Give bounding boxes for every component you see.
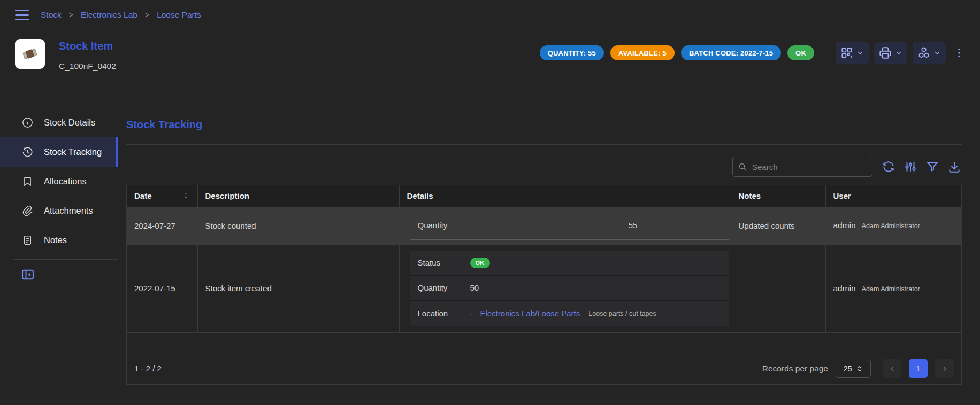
adjustments-icon — [904, 160, 917, 174]
table-footer: 1 - 2 / 2 Records per page 25 1 — [127, 353, 961, 384]
breadcrumb: Stock > Electronics Lab > Loose Parts — [41, 10, 201, 20]
download-icon — [947, 160, 961, 174]
table-options-button[interactable] — [903, 159, 918, 174]
search-box — [732, 157, 872, 177]
sidebar-item-label: Attachments — [44, 206, 93, 216]
cell-notes: Updated counts — [731, 207, 825, 244]
hamburger-menu-icon[interactable] — [15, 10, 29, 20]
refresh-icon — [882, 160, 895, 174]
sidebar-collapse-icon — [20, 267, 35, 282]
refresh-button[interactable] — [881, 159, 896, 174]
stock-operations-button[interactable] — [913, 42, 946, 64]
print-actions-button[interactable] — [874, 42, 907, 64]
search-icon — [738, 162, 747, 172]
qrcode-icon — [840, 46, 854, 60]
sidebar: Stock Details Stock Tracking Allocations… — [0, 85, 118, 404]
available-badge: AVAILABLE: 5 — [610, 45, 675, 60]
location-description: Loose parts / cut tapes — [588, 310, 656, 317]
sidebar-item-allocations[interactable]: Allocations — [0, 167, 118, 196]
notes-icon — [21, 234, 34, 246]
table-row[interactable]: 2024-07-27 Stock counted Quantity 55 Upd… — [127, 207, 961, 244]
sidebar-item-attachments[interactable]: Attachments — [0, 196, 118, 225]
next-page-button[interactable] — [935, 359, 954, 378]
info-icon — [21, 116, 34, 129]
quantity-badge: QUANTITY: 55 — [540, 45, 604, 60]
table-empty-space — [127, 333, 961, 353]
more-options-button[interactable] — [953, 42, 965, 64]
sidebar-item-label: Stock Tracking — [44, 147, 102, 157]
chevron-right-icon — [940, 364, 949, 373]
paperclip-icon — [21, 205, 34, 217]
panel-title: Stock Tracking — [126, 119, 962, 131]
table-header-row: Date Description Details Notes User — [127, 185, 961, 207]
bookmark-icon — [21, 175, 34, 188]
stock-item-thumbnail[interactable] — [15, 39, 45, 69]
sidebar-item-notes[interactable]: Notes — [0, 225, 118, 255]
records-per-page-label: Records per page — [762, 364, 828, 373]
cell-date: 2022-07-15 — [127, 244, 197, 332]
previous-page-button[interactable] — [883, 359, 901, 378]
chevron-down-icon — [894, 49, 903, 57]
cell-user: admin Adam Administrator — [825, 207, 961, 244]
barcode-actions-button[interactable] — [836, 42, 869, 64]
sidebar-item-label: Allocations — [44, 176, 87, 186]
filter-button[interactable] — [925, 159, 940, 174]
breadcrumb-separator: > — [145, 11, 149, 19]
sidebar-item-label: Notes — [44, 235, 67, 245]
capacitor-image — [19, 43, 41, 65]
page-header: Stock Item C_100nF_0402 QUANTITY: 55 AVA… — [0, 30, 980, 85]
breadcrumb-loose-parts[interactable]: Loose Parts — [157, 10, 201, 20]
topbar: Stock > Electronics Lab > Loose Parts — [0, 0, 980, 30]
detail-label: Quantity — [410, 283, 470, 292]
stock-operations-icon — [917, 46, 931, 60]
batch-code-badge: BATCH CODE: 2022-7-15 — [681, 45, 781, 60]
breadcrumb-stock[interactable]: Stock — [41, 10, 62, 20]
username: admin — [833, 284, 856, 293]
sidebar-item-label: Stock Details — [44, 118, 95, 128]
stock-item-name: C_100nF_0402 — [59, 61, 116, 71]
detail-value: 55 — [538, 221, 729, 230]
location-dash: - — [470, 309, 473, 318]
records-per-page-select[interactable]: 25 — [836, 360, 871, 378]
chevron-down-icon — [856, 49, 864, 57]
cell-notes — [731, 244, 825, 332]
username: admin — [833, 221, 856, 230]
history-icon — [21, 146, 34, 158]
stock-tracking-table: Date Description Details Notes User — [126, 185, 962, 385]
main-panel: Stock Tracking — [118, 85, 980, 404]
breadcrumb-electronics-lab[interactable]: Electronics Lab — [81, 10, 137, 20]
breadcrumb-separator: > — [69, 11, 73, 19]
sidebar-collapse-button[interactable] — [20, 267, 35, 282]
dots-vertical-icon — [953, 47, 965, 59]
download-button[interactable] — [947, 159, 962, 174]
column-header-details: Details — [399, 185, 731, 207]
chevron-down-icon — [933, 49, 941, 57]
status-ok-badge: OK — [787, 45, 814, 60]
page-number-button[interactable]: 1 — [909, 359, 928, 378]
chevron-left-icon — [888, 364, 897, 373]
sidebar-item-stock-tracking[interactable]: Stock Tracking — [0, 137, 118, 167]
cell-user: admin Adam Administrator — [825, 244, 961, 332]
cell-date: 2024-07-27 — [127, 207, 197, 244]
user-fullname: Adam Administrator — [862, 222, 920, 230]
record-range: 1 - 2 / 2 — [134, 364, 162, 373]
sidebar-item-stock-details[interactable]: Stock Details — [0, 108, 118, 137]
page-title: Stock Item — [59, 40, 116, 52]
heading-divider — [126, 144, 962, 145]
status-ok-pill: OK — [470, 258, 490, 268]
table-row[interactable]: 2022-07-15 Stock item created Status OK … — [127, 244, 961, 332]
detail-label: Quantity — [410, 221, 538, 230]
printer-icon — [878, 46, 892, 60]
select-chevrons-icon — [856, 365, 863, 372]
sidebar-divider — [13, 259, 118, 260]
cell-description: Stock item created — [197, 244, 399, 332]
cell-details: Status OK Quantity 50 Location — [399, 244, 731, 332]
column-header-date[interactable]: Date — [127, 185, 197, 207]
location-link[interactable]: Electronics Lab/Loose Parts — [480, 309, 580, 318]
cell-details: Quantity 55 — [399, 207, 731, 244]
column-header-user: User — [825, 185, 961, 207]
detail-label: Status — [410, 258, 470, 267]
search-input[interactable] — [752, 162, 867, 172]
detail-value: 50 — [470, 283, 729, 292]
filter-icon — [925, 160, 939, 174]
